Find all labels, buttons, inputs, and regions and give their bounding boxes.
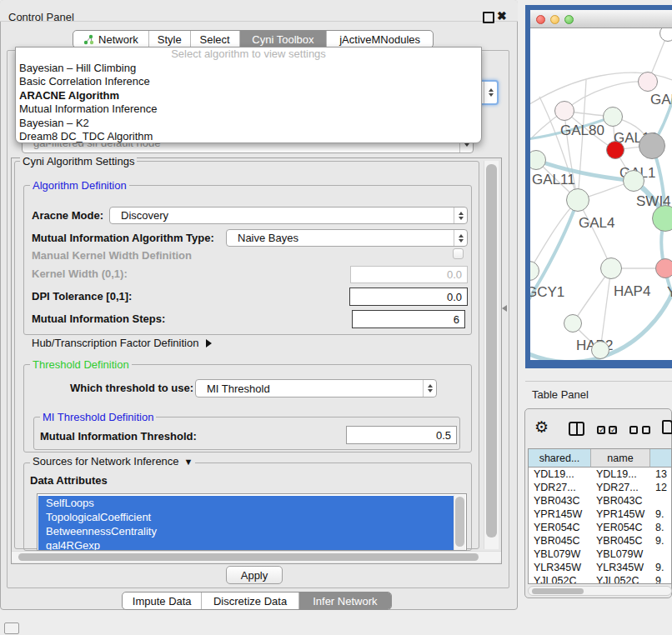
data-attributes-list[interactable]: SelfLoopsTopologicalCoefficientBetweenne… — [37, 493, 467, 551]
tab-label: jActiveMNodules — [339, 33, 420, 46]
column-header-shared[interactable]: shared... — [529, 449, 591, 468]
scrollbar-thumb[interactable] — [532, 588, 584, 594]
close-panel-icon[interactable]: ✖ — [497, 9, 507, 22]
table-row[interactable]: YDR27...YDR27...12 — [529, 481, 671, 494]
aracne-mode-combobox[interactable]: Discovery — [109, 207, 468, 224]
split-pane-collapse-arrow[interactable] — [502, 305, 507, 312]
network-node-gal10[interactable] — [603, 107, 623, 127]
table-header-row: shared...name — [529, 449, 671, 468]
scrollbar-thumb[interactable] — [18, 553, 479, 561]
table-cell: YDR27... — [529, 481, 591, 494]
new-table-icon[interactable] — [662, 420, 672, 434]
network-node[interactable] — [591, 341, 609, 359]
tab-discretize-data[interactable]: Discretize Data — [202, 592, 298, 609]
network-node-gal11[interactable] — [530, 150, 546, 170]
network-node-gal80[interactable] — [554, 101, 574, 121]
tab-style[interactable]: Style — [149, 31, 191, 48]
table-cell: 8. — [650, 521, 672, 534]
tab-select[interactable]: Select — [191, 31, 240, 48]
network-node[interactable] — [659, 28, 672, 42]
tab-impute-data[interactable]: Impute Data — [123, 592, 202, 609]
kernel-width-field[interactable]: 0.0 — [350, 266, 468, 283]
deselect-all-checkboxes-icon[interactable] — [629, 426, 650, 434]
algorithm-option-mutual-information-inference[interactable]: Mutual Information Inference — [16, 102, 481, 117]
minimized-panel-icon[interactable] — [4, 622, 19, 634]
network-node-gcy1[interactable] — [530, 261, 539, 281]
mi-threshold-field[interactable]: 0.5 — [346, 426, 457, 444]
network-node[interactable] — [652, 205, 672, 232]
expanded-arrow-icon[interactable]: ▼ — [184, 457, 193, 467]
zoom-window-icon[interactable] — [564, 15, 574, 24]
scrollbar-thumb[interactable] — [486, 164, 497, 538]
algorithm-option-basic-correlation-inference[interactable]: Basic Correlation Inference — [16, 75, 481, 89]
attribute-item-betweennesscentrality[interactable]: BetweennessCentrality — [38, 524, 454, 538]
data-attributes-label: Data Attributes — [30, 475, 108, 486]
table-row[interactable]: YLR345WYLR345W9. — [529, 561, 671, 574]
tab-infer-network[interactable]: Infer Network — [299, 592, 391, 609]
network-node-gal4[interactable] — [566, 188, 589, 212]
hub-transcription-section[interactable]: Hub/Transcription Factor Definition — [32, 338, 212, 348]
minimize-window-icon[interactable] — [550, 15, 559, 24]
combo-arrows-icon — [454, 208, 467, 223]
node-table[interactable]: shared...name YDL19...YDL19...13YDR27...… — [528, 448, 672, 584]
network-canvas[interactable]: GALGAL80GAL10GAL1GAL11SWI4GAL4GCY1HAP4YH… — [530, 28, 672, 360]
mi-steps-field[interactable]: 6 — [352, 310, 465, 328]
checked-box-icon: ✓ — [609, 426, 617, 434]
settings-horizontal-scrollbar[interactable] — [12, 551, 501, 562]
aracne-mode-label: Aracne Mode: — [32, 210, 103, 221]
network-node-hap2[interactable] — [564, 314, 582, 332]
network-node-hap4[interactable] — [600, 258, 622, 279]
float-window-icon[interactable] — [483, 12, 494, 23]
close-window-icon[interactable] — [536, 15, 545, 24]
table-row[interactable]: YBL079WYBL079W — [529, 548, 671, 561]
table-row[interactable]: YJL052CYJL052C9 — [529, 574, 671, 584]
attribute-item-selfloops[interactable]: SelfLoops — [38, 496, 454, 510]
column-header-2[interactable] — [650, 449, 672, 468]
control-panel-title: Control Panel — [8, 11, 74, 23]
tab-label: Infer Network — [313, 595, 377, 608]
network-node[interactable] — [639, 132, 665, 159]
table-row[interactable]: YPR145WYPR145W9. — [529, 508, 671, 521]
mi-algorithm-type-combobox[interactable]: Naive Bayes — [226, 229, 468, 247]
algorithm-option-aracne-algorithm[interactable]: ARACNE Algorithm — [16, 89, 481, 103]
network-node-gal[interactable] — [638, 72, 658, 92]
collapsed-arrow-icon[interactable] — [206, 339, 212, 348]
tab-jactivemnodules[interactable]: jActiveMNodules — [327, 31, 433, 48]
algorithm-option-bayesian-hill-climbing[interactable]: Bayesian – Hill Climbing — [16, 62, 481, 76]
table-row[interactable]: YDL19...YDL19...13 — [529, 468, 671, 481]
panel-divider[interactable] — [525, 381, 672, 382]
table-cell: YER054C — [591, 521, 650, 534]
manual-kernel-width-checkbox[interactable] — [453, 248, 464, 259]
tab-cyni-toolbox[interactable]: Cyni Toolbox — [240, 31, 328, 48]
table-cell — [650, 494, 672, 508]
algorithm-option-bayesian-k2[interactable]: Bayesian – K2 — [16, 117, 481, 131]
settings-vertical-scrollbar[interactable] — [484, 161, 499, 549]
network-node-gal1[interactable] — [606, 141, 624, 159]
table-row[interactable]: YBR045CYBR045C9. — [529, 534, 671, 548]
apply-button[interactable]: Apply — [226, 566, 283, 584]
table-row[interactable]: YBR043CYBR043C — [529, 494, 671, 508]
mi-threshold-definition-title: MI Threshold Definition — [40, 411, 156, 423]
table-horizontal-scrollbar[interactable] — [528, 586, 672, 596]
which-threshold-combobox[interactable]: MI Threshold — [195, 379, 437, 398]
table-cell: YJL052C — [529, 574, 591, 584]
network-node-label: GAL80 — [560, 122, 604, 139]
gear-icon[interactable]: ⚙ — [534, 419, 549, 435]
sources-section-header[interactable]: Sources for Network Inference ▼ — [30, 456, 195, 467]
algorithm-option-dream8-dc-tdc-algorithm[interactable]: Dream8 DC_TDC Algorithm — [16, 130, 481, 144]
scrollbar-thumb[interactable] — [455, 497, 464, 547]
columns-icon[interactable] — [569, 422, 584, 436]
mi-threshold-label: Mutual Information Threshold: — [40, 431, 197, 442]
dpi-tolerance-label: DPI Tolerance [0,1]: — [32, 291, 132, 302]
dpi-tolerance-field[interactable]: 0.0 — [349, 288, 468, 306]
list-vertical-scrollbar[interactable] — [454, 495, 465, 550]
column-header-name[interactable]: name — [591, 449, 650, 468]
attribute-item-topologicalcoefficient[interactable]: TopologicalCoefficient — [38, 510, 454, 524]
tab-network[interactable]: Network — [73, 31, 149, 48]
table-row[interactable]: YER054CYER054C8. — [529, 521, 671, 534]
network-node-swi4[interactable] — [623, 170, 644, 192]
network-nodes: GALGAL80GAL10GAL1GAL11SWI4GAL4GCY1HAP4YH… — [530, 28, 672, 360]
network-node-y[interactable] — [655, 258, 672, 278]
select-all-checkboxes-icon[interactable]: ✓ ✓ — [597, 426, 617, 434]
attribute-item-gal4rgexp[interactable]: gal4RGexp — [38, 538, 454, 551]
